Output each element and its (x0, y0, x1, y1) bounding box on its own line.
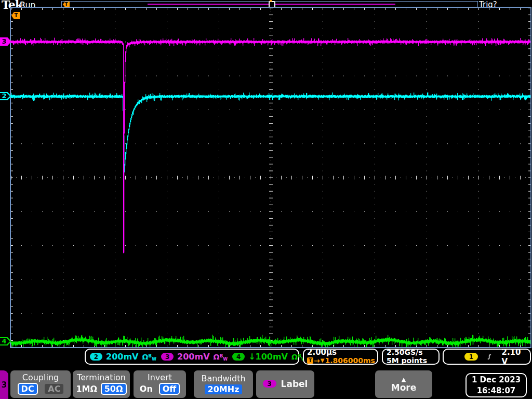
trigger-readout[interactable]: 1 2.10 V (443, 349, 531, 365)
channel-2-readout[interactable]: 2 200mV ΩBW (90, 352, 156, 362)
channel-3-impedance: ΩBW (214, 352, 228, 362)
label-button[interactable]: 3 Label (256, 370, 314, 398)
channel-2-impedance: ΩBW (142, 352, 156, 362)
channel-2-marker[interactable]: 2 (0, 92, 11, 100)
channel-4-badge: 4 (232, 353, 245, 361)
invert-button[interactable]: Invert On Off (134, 370, 186, 398)
channel-3-scale: 200mV (177, 352, 209, 362)
termination-1mohm-option[interactable]: 1MΩ (76, 384, 97, 394)
channel-2-scale: 200mV (106, 352, 138, 362)
bandwidth-title: Bandwidth (201, 374, 245, 383)
channel-readouts: 2 200mV ΩBW 3 200mV ΩBW 4 ↓100mV ΩBW (85, 349, 299, 365)
invert-on-option[interactable]: On (140, 384, 153, 394)
channel-3-readout[interactable]: 3 200mV ΩBW (161, 352, 228, 362)
bandwidth-button[interactable]: Bandwidth 20MHz (194, 370, 253, 398)
trigger-level-value: 2.10 V (501, 348, 524, 366)
menu-channel-tab: 3 (0, 370, 8, 399)
datetime-display: 1 Dec 2023 16:48:07 (466, 373, 527, 397)
coupling-title: Coupling (22, 373, 59, 382)
bw-limit-sub: W (223, 357, 228, 362)
channel-2-marker-label: 2 (0, 92, 8, 100)
rising-edge-slope-icon (487, 353, 492, 361)
up-arrow-icon: ▲ (402, 377, 406, 382)
channel-3-marker-label: 3 (0, 37, 8, 46)
label-title: Label (281, 379, 308, 389)
invert-title: Invert (148, 373, 172, 382)
termination-button[interactable]: Termination 1MΩ 50Ω (73, 370, 130, 398)
more-button[interactable]: ▲ More (375, 370, 432, 398)
timebase-scale: 2.00µs (307, 349, 337, 357)
channel-4-marker-label: 4 (0, 337, 8, 345)
trigger-source-badge: 1 (464, 353, 478, 361)
invert-off-option[interactable]: Off (159, 383, 180, 395)
channel-4-readout[interactable]: 4 ↓100mV ΩBW (232, 352, 305, 362)
coupling-button[interactable]: Coupling DC AC (10, 370, 71, 398)
time-text: 16:48:07 (477, 385, 516, 396)
date-text: 1 Dec 2023 (472, 375, 521, 385)
horizontal-readout[interactable]: 2.00µs T→▼1.806000ms (303, 349, 378, 365)
channel-4-marker[interactable]: 4 (0, 337, 11, 345)
horizontal-delay: T→▼1.806000ms (307, 357, 375, 365)
termination-50ohm-option[interactable]: 50Ω (101, 383, 127, 395)
record-length: 5M points (387, 357, 427, 365)
delay-triangle-icon: ▼ (321, 358, 325, 364)
oscilloscope-screen: Tek Run Trig? T 3 2 4 T 2 200mV ΩBW 3 20… (0, 0, 532, 399)
label-channel-badge: 3 (263, 380, 276, 388)
channel-3-marker[interactable]: 3 (0, 37, 11, 46)
ohm-symbol: Ω (291, 353, 298, 361)
channel-4-scale: ↓100mV (248, 352, 288, 362)
bw-limit-icon: B (298, 353, 301, 358)
graticule (10, 7, 531, 348)
acquisition-readout: 2.50GS/s 5M points (382, 349, 440, 365)
channel-2-badge: 2 (90, 353, 102, 361)
sample-rate: 2.50GS/s (387, 349, 423, 356)
arrow-icon: → (314, 357, 320, 365)
termination-title: Termination (77, 373, 126, 382)
coupling-dc-option[interactable]: DC (18, 383, 38, 395)
bw-limit-sub: W (152, 357, 156, 362)
delay-value: 1.806000ms (325, 357, 375, 365)
coupling-ac-option[interactable]: AC (45, 384, 63, 394)
ohm-symbol: Ω (142, 353, 148, 361)
more-title: More (391, 382, 417, 393)
expansion-point-tick (270, 0, 272, 2)
ohm-symbol: Ω (214, 353, 220, 361)
trigger-t-icon: T (307, 357, 313, 364)
waveform-display (11, 8, 530, 347)
channel-3-badge: 3 (161, 353, 174, 361)
bandwidth-value: 20MHz (205, 384, 243, 394)
